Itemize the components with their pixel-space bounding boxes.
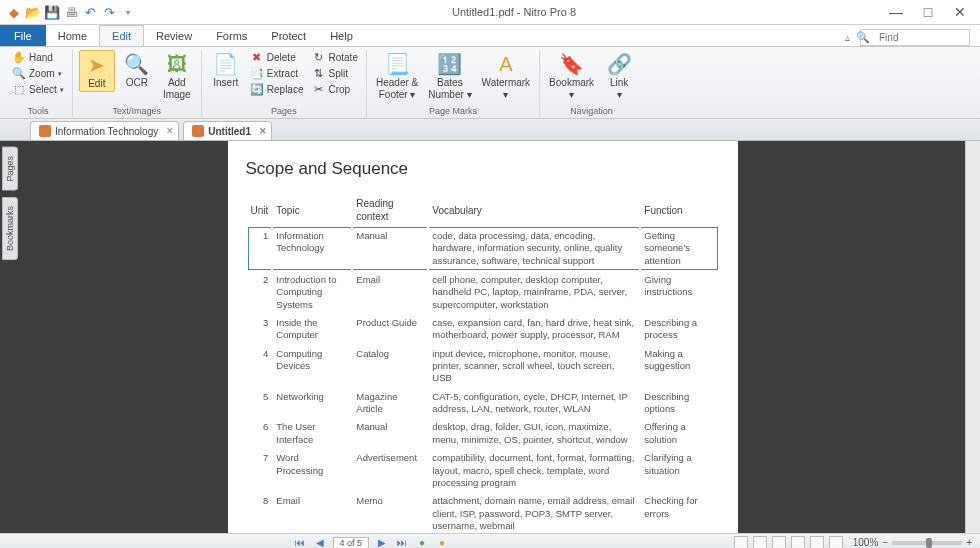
find-input[interactable]	[860, 29, 970, 46]
nav-back-button[interactable]: ●	[415, 537, 429, 548]
table-row[interactable]: 1Information TechnologyManualcode, data …	[248, 227, 718, 270]
sidepane-pages[interactable]: Pages	[2, 147, 18, 191]
cell-topic: Introduction to Computing Systems	[273, 272, 351, 313]
qat-dropdown-icon[interactable]: ▾	[120, 4, 136, 20]
table-row[interactable]: 8EmailMemoattachment, domain name, email…	[248, 493, 718, 533]
quick-access-toolbar: ◆ 📂 💾 🖶 ↶ ↷ ▾	[0, 4, 142, 20]
cell-unit: 2	[248, 272, 272, 313]
bates-icon: 🔢	[438, 52, 462, 76]
table-row[interactable]: 5NetworkingMagazine ArticleCAT-5, config…	[248, 389, 718, 418]
cell-context: Advertisement	[353, 450, 427, 491]
zoom-out-button[interactable]: −	[882, 537, 888, 548]
tab-review[interactable]: Review	[144, 25, 204, 46]
group-page-marks: 📃 Header &Footer ▾ 🔢 BatesNumber ▾ A Wat…	[367, 50, 540, 118]
cell-context: Manual	[353, 419, 427, 448]
zoom-slider[interactable]	[892, 541, 962, 545]
ocr-button[interactable]: 🔍 OCR	[119, 50, 155, 90]
file-tab[interactable]: File	[0, 25, 46, 46]
next-page-button[interactable]: ▶	[375, 537, 389, 548]
cell-vocabulary: CAT-5, configuration, cycle, DHCP, Inter…	[429, 389, 639, 418]
tab-edit[interactable]: Edit	[99, 25, 144, 46]
ribbon-minimize-icon[interactable]: ▵	[845, 32, 850, 43]
replace-button[interactable]: 🔄Replace	[248, 82, 306, 97]
view-mode-5[interactable]	[810, 536, 824, 549]
undo-icon[interactable]: ↶	[82, 4, 98, 20]
cell-topic: Networking	[273, 389, 351, 418]
add-image-button[interactable]: 🖼 Add Image	[159, 50, 195, 102]
doc-tab[interactable]: Information Technology ✕	[30, 121, 179, 140]
table-row[interactable]: 2Introduction to Computing SystemsEmailc…	[248, 272, 718, 313]
content-table: Unit Topic Reading context Vocabulary Fu…	[246, 193, 720, 533]
bookmark-icon: 🔖	[560, 52, 584, 76]
link-icon: 🔗	[607, 52, 631, 76]
tab-help[interactable]: Help	[318, 25, 365, 46]
col-ctx: Reading context	[353, 195, 427, 225]
close-tab-icon[interactable]: ✕	[259, 126, 267, 136]
cell-vocabulary: attachment, domain name, email address, …	[429, 493, 639, 533]
cell-unit: 4	[248, 346, 272, 387]
table-row[interactable]: 4Computing DevicesCataloginput device, m…	[248, 346, 718, 387]
close-tab-icon[interactable]: ✕	[166, 126, 174, 136]
crop-button[interactable]: ✂Crop	[310, 82, 360, 97]
cell-context: Product Guide	[353, 315, 427, 344]
app-icon: ◆	[6, 4, 22, 20]
view-mode-3[interactable]	[772, 536, 786, 549]
page-indicator[interactable]: 4 of 5	[333, 537, 370, 549]
print-icon[interactable]: 🖶	[63, 4, 79, 20]
edit-button[interactable]: ➤ Edit	[79, 50, 115, 92]
view-mode-6[interactable]	[829, 536, 843, 549]
sidepane-bookmarks[interactable]: Bookmarks	[2, 197, 18, 260]
last-page-button[interactable]: ⏭	[395, 537, 409, 548]
view-mode-2[interactable]	[753, 536, 767, 549]
table-row[interactable]: 6The User InterfaceManualdesktop, drag, …	[248, 419, 718, 448]
watermark-button[interactable]: A Watermark▾	[479, 50, 534, 102]
link-button[interactable]: 🔗 Link▾	[601, 50, 637, 102]
minimize-button[interactable]: —	[886, 4, 906, 20]
prev-page-button[interactable]: ◀	[313, 537, 327, 548]
close-button[interactable]: ✕	[950, 4, 970, 20]
select-button[interactable]: ⬚Select ▾	[10, 82, 66, 97]
cell-context: Memo	[353, 493, 427, 533]
table-row[interactable]: 7Word ProcessingAdvertisementcompatibili…	[248, 450, 718, 491]
tab-protect[interactable]: Protect	[259, 25, 318, 46]
vertical-scrollbar[interactable]	[965, 141, 980, 533]
select-icon: ⬚	[12, 83, 26, 97]
zoom-in-button[interactable]: +	[966, 537, 972, 548]
search-icon: 🔍	[856, 31, 870, 44]
bookmark-button[interactable]: 🔖 Bookmark▾	[546, 50, 597, 102]
cell-vocabulary: case, expansion card, fan, hard drive, h…	[429, 315, 639, 344]
zoom-button[interactable]: 🔍Zoom ▾	[10, 66, 66, 81]
rotate-button[interactable]: ↻Rotate	[310, 50, 360, 65]
header-icon: 📃	[385, 52, 409, 76]
cell-topic: Inside the Computer	[273, 315, 351, 344]
document-page[interactable]: Scope and Sequence Unit Topic Reading co…	[228, 141, 738, 533]
open-icon[interactable]: 📂	[25, 4, 41, 20]
view-mode-1[interactable]	[734, 536, 748, 549]
table-row[interactable]: 3Inside the ComputerProduct Guidecase, e…	[248, 315, 718, 344]
extract-button[interactable]: 📑Extract	[248, 66, 306, 81]
cell-topic: Information Technology	[273, 227, 351, 270]
split-button[interactable]: ⇅Split	[310, 66, 360, 81]
insert-button[interactable]: 📄 Insert	[208, 50, 244, 90]
redo-icon[interactable]: ↷	[101, 4, 117, 20]
tab-forms[interactable]: Forms	[204, 25, 259, 46]
view-mode-4[interactable]	[791, 536, 805, 549]
first-page-button[interactable]: ⏮	[293, 537, 307, 548]
col-unit: Unit	[248, 195, 272, 225]
tab-home[interactable]: Home	[46, 25, 99, 46]
bates-number-button[interactable]: 🔢 BatesNumber ▾	[425, 50, 474, 102]
doc-tab-label: Untitled1	[208, 126, 251, 137]
crop-icon: ✂	[312, 83, 326, 97]
cell-function: Giving instructions	[641, 272, 717, 313]
save-icon[interactable]: 💾	[44, 4, 60, 20]
zoom-icon: 🔍	[12, 67, 26, 81]
window-title: Untitled1.pdf - Nitro Pro 8	[142, 6, 886, 18]
nav-fwd-button[interactable]: ●	[435, 537, 449, 548]
hand-button[interactable]: ✋Hand	[10, 50, 66, 65]
delete-button[interactable]: ✖Delete	[248, 50, 306, 65]
header-footer-button[interactable]: 📃 Header &Footer ▾	[373, 50, 421, 102]
ribbon: ✋Hand 🔍Zoom ▾ ⬚Select ▾ Tools ➤ Edit 🔍 O…	[0, 47, 980, 119]
cell-topic: Word Processing	[273, 450, 351, 491]
doc-tab[interactable]: Untitled1 ✕	[183, 121, 272, 140]
maximize-button[interactable]: □	[918, 4, 938, 20]
